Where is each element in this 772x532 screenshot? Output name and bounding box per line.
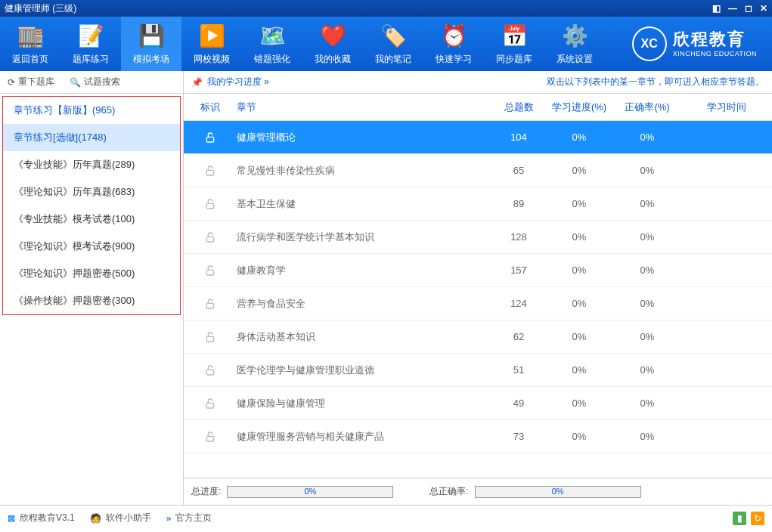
download-questions-button[interactable]: ⟳ 重下题库: [0, 76, 62, 88]
toolbar-icon-8: 📅: [501, 23, 528, 50]
svg-rect-2: [206, 203, 213, 209]
toolbar-icon-9: ⚙️: [561, 23, 588, 50]
toolbar-系统设置[interactable]: ⚙️系统设置: [544, 17, 605, 71]
toolbar-同步题库[interactable]: 📅同步题库: [484, 17, 544, 71]
close-icon[interactable]: ✕: [760, 3, 767, 14]
sidebar-item-3[interactable]: 《理论知识》历年真题(683): [3, 178, 180, 206]
progress-link[interactable]: 我的学习进度 »: [207, 76, 269, 88]
search-icon: 🔍: [70, 77, 81, 88]
chapter-name: 常见慢性非传染性疾病: [229, 164, 492, 178]
sidebar-item-4[interactable]: 《专业技能》模考试卷(100): [3, 206, 180, 233]
total-accuracy-bar: 0%: [475, 486, 641, 498]
lock-icon: [191, 298, 229, 310]
total-progress-bar: 0%: [227, 486, 393, 498]
total-count: 124: [492, 298, 545, 309]
chapter-name: 营养与食品安全: [229, 297, 492, 311]
svg-rect-1: [206, 170, 213, 175]
sidebar-item-7[interactable]: 《操作技能》押题密卷(300): [3, 287, 180, 314]
progress-pct: 0%: [545, 165, 613, 176]
stats-icon[interactable]: ▮: [733, 512, 746, 525]
total-count: 73: [492, 431, 545, 442]
theme-icon[interactable]: ◧: [712, 3, 721, 14]
toolbar-icon-5: ❤️: [319, 23, 346, 50]
total-count: 62: [492, 331, 545, 342]
toolbar-题库练习[interactable]: 📝题库练习: [60, 17, 121, 71]
accuracy-pct: 0%: [613, 364, 681, 376]
chapter-name: 流行病学和医学统计学基本知识: [229, 230, 492, 244]
table-row[interactable]: 健康管理概论 104 0% 0%: [184, 121, 772, 154]
svg-rect-7: [206, 370, 213, 375]
toolbar-icon-1: 📝: [77, 23, 104, 50]
app-version: ⊠ 欣程教育V3.1: [8, 512, 75, 524]
col-total: 总题数: [492, 101, 545, 114]
sidebar-item-0[interactable]: 章节练习【新版】(965): [3, 97, 180, 124]
table-row[interactable]: 身体活动基本知识 62 0% 0%: [184, 320, 772, 354]
toolbar-icon-7: ⏰: [440, 23, 467, 50]
toolbar-我的收藏[interactable]: ❤️我的收藏: [302, 17, 363, 71]
accuracy-pct: 0%: [613, 331, 681, 342]
lock-icon: [191, 165, 229, 177]
sidebar: ⟳ 重下题库 🔍 试题搜索 章节练习【新版】(965)章节练习[选做](1748…: [0, 71, 184, 505]
progress-pct: 0%: [545, 264, 613, 276]
svg-rect-8: [206, 403, 213, 408]
toolbar-返回首页[interactable]: 🏬返回首页: [0, 17, 60, 71]
progress-pct: 0%: [545, 298, 613, 309]
minimize-icon[interactable]: —: [728, 3, 737, 14]
col-flag: 标识: [191, 101, 229, 114]
status-bar: ⊠ 欣程教育V3.1 🧑 软件小助手 » 官方主页 ▮ ↻: [0, 505, 772, 530]
svg-rect-4: [206, 270, 213, 275]
col-chapter: 章节: [229, 101, 492, 114]
total-count: 128: [492, 231, 545, 243]
lock-icon: [191, 397, 229, 410]
sidebar-item-2[interactable]: 《专业技能》历年真题(289): [3, 151, 180, 178]
total-count: 51: [492, 364, 545, 376]
table-row[interactable]: 常见慢性非传染性疾病 65 0% 0%: [184, 154, 772, 187]
lock-icon: [191, 431, 229, 443]
svg-rect-9: [206, 436, 213, 441]
table-row[interactable]: 基本卫生保健 89 0% 0%: [184, 187, 772, 221]
svg-rect-6: [206, 336, 213, 342]
toolbar-icon-2: 💾: [138, 23, 165, 50]
sync-icon[interactable]: ↻: [751, 512, 764, 525]
sidebar-list: 章节练习【新版】(965)章节练习[选做](1748)《专业技能》历年真题(28…: [3, 97, 180, 314]
lock-icon: [191, 331, 229, 343]
sidebar-item-5[interactable]: 《理论知识》模考试卷(900): [3, 233, 180, 260]
footer-progress: 总进度: 0% 总正确率: 0%: [184, 478, 772, 505]
lock-icon: [191, 364, 229, 376]
maximize-icon[interactable]: ◻: [745, 3, 752, 14]
helper-link[interactable]: 🧑 软件小助手: [90, 512, 151, 524]
toolbar-icon-0: 🏬: [17, 23, 44, 50]
close-square-icon[interactable]: ⊠: [8, 513, 15, 524]
toolbar-我的笔记[interactable]: 🏷️我的笔记: [363, 17, 423, 71]
table-row[interactable]: 健康管理服务营销与相关健康产品 73 0% 0%: [184, 420, 772, 453]
accuracy-pct: 0%: [613, 264, 681, 276]
chapter-name: 基本卫生保健: [229, 197, 492, 211]
sidebar-item-6[interactable]: 《理论知识》押题密卷(500): [3, 260, 180, 287]
titlebar: 健康管理师 (三级) ◧ — ◻ ✕: [0, 0, 772, 17]
toolbar-快速学习[interactable]: ⏰快速学习: [423, 17, 484, 71]
lock-icon: [191, 131, 229, 144]
table-row[interactable]: 医学伦理学与健康管理职业道德 51 0% 0%: [184, 354, 772, 387]
sidebar-item-1[interactable]: 章节练习[选做](1748): [3, 124, 180, 151]
content: 📌 我的学习进度 » 双击以下列表中的某一章节，即可进入相应章节答题。 标识 章…: [184, 71, 772, 505]
lock-icon: [191, 198, 229, 210]
table-header: 标识 章节 总题数 学习进度(%) 正确率(%) 学习时间: [184, 94, 772, 121]
table-row[interactable]: 健康教育学 157 0% 0%: [184, 254, 772, 287]
accuracy-pct: 0%: [613, 431, 681, 442]
accuracy-pct: 0%: [613, 165, 681, 176]
toolbar-网校视频[interactable]: ▶️网校视频: [181, 17, 242, 71]
table-row[interactable]: 营养与食品安全 124 0% 0%: [184, 287, 772, 320]
total-count: 157: [492, 264, 545, 276]
table-row[interactable]: 流行病学和医学统计学基本知识 128 0% 0%: [184, 221, 772, 254]
homepage-link[interactable]: » 官方主页: [166, 512, 212, 524]
toolbar-模拟考场[interactable]: 💾模拟考场: [121, 17, 181, 71]
col-time: 学习时间: [681, 101, 772, 114]
lock-icon: [191, 231, 229, 243]
toolbar-错题强化[interactable]: 🗺️错题强化: [242, 17, 302, 71]
svg-rect-3: [206, 237, 213, 242]
svg-rect-0: [206, 137, 213, 142]
progress-pct: 0%: [545, 431, 613, 442]
table-row[interactable]: 健康保险与健康管理 49 0% 0%: [184, 387, 772, 420]
brand-name-en: XINCHENG EDUCATION: [673, 50, 757, 58]
search-questions-button[interactable]: 🔍 试题搜索: [62, 76, 128, 88]
